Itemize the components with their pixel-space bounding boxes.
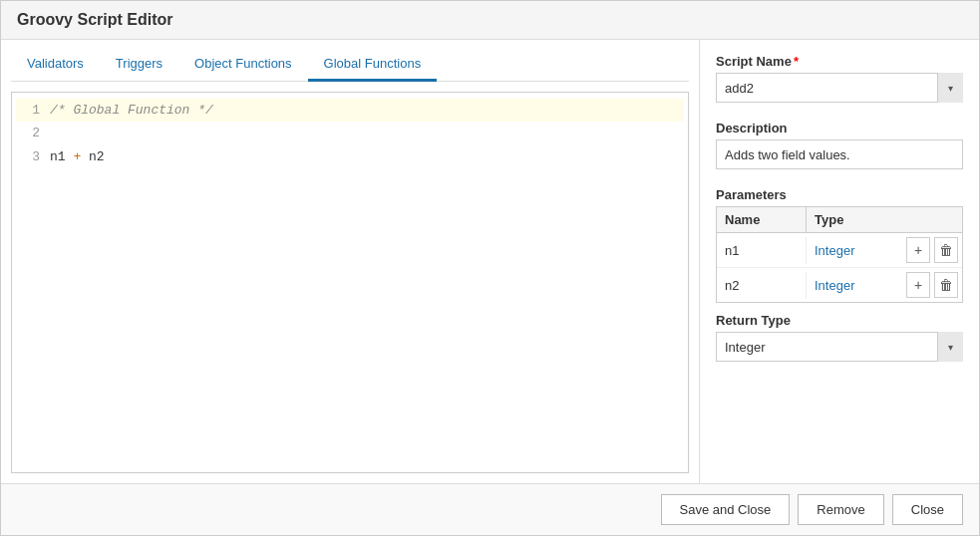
right-panel: Script Name* add2 ▾ Description Paramete…	[700, 40, 979, 483]
parameters-table-header: Name Type	[717, 207, 962, 233]
tab-global-functions[interactable]: Global Functions	[308, 48, 438, 82]
param-n1-type: Integer	[807, 237, 902, 264]
parameters-section: Parameters Name Type n1 Integer + 🗑	[716, 187, 963, 303]
code-text-3: n1 + n2	[50, 145, 105, 168]
col-header-name: Name	[717, 207, 807, 232]
script-name-select[interactable]: add2	[716, 73, 963, 103]
script-name-group: Script Name* add2 ▾	[716, 54, 963, 103]
param-n1-name: n1	[717, 237, 807, 264]
return-type-wrapper: Integer ▾	[716, 332, 963, 362]
code-editor[interactable]: 1 /* Global Function */ 2 3 n1 + n2	[11, 92, 689, 473]
code-line-3: 3 n1 + n2	[16, 145, 684, 168]
description-label: Description	[716, 121, 963, 135]
description-input[interactable]	[716, 139, 963, 169]
script-name-label: Script Name*	[716, 54, 963, 69]
code-line-2: 2	[16, 122, 684, 144]
required-indicator: *	[794, 54, 799, 69]
line-number-1: 1	[20, 99, 40, 122]
tab-object-functions[interactable]: Object Functions	[178, 48, 308, 82]
save-and-close-button[interactable]: Save and Close	[661, 494, 791, 525]
param-n1-actions: + 🗑	[902, 233, 962, 267]
footer: Save and Close Remove Close	[1, 483, 979, 535]
col-header-type: Type	[807, 207, 902, 232]
script-name-wrapper: add2 ▾	[716, 73, 963, 103]
groovy-script-editor-window: Groovy Script Editor Validators Triggers…	[0, 0, 980, 536]
return-type-select[interactable]: Integer	[716, 332, 963, 362]
description-group: Description	[716, 121, 963, 169]
tab-triggers[interactable]: Triggers	[100, 48, 178, 82]
param-n1-delete-button[interactable]: 🗑	[934, 237, 958, 263]
remove-button[interactable]: Remove	[798, 494, 883, 525]
param-n2-add-button[interactable]: +	[906, 272, 930, 298]
main-content: Validators Triggers Object Functions Glo…	[1, 40, 979, 483]
return-type-label: Return Type	[716, 313, 963, 328]
parameters-label: Parameters	[716, 187, 963, 202]
param-n1-add-button[interactable]: +	[906, 237, 930, 263]
line-number-3: 3	[20, 145, 40, 168]
tab-validators[interactable]: Validators	[11, 48, 100, 82]
param-n2-type: Integer	[807, 272, 902, 299]
left-panel: Validators Triggers Object Functions Glo…	[1, 40, 700, 483]
return-type-group: Return Type Integer ▾	[716, 313, 963, 362]
parameters-table: Name Type n1 Integer + 🗑 n2	[716, 206, 963, 303]
line-number-2: 2	[20, 122, 40, 144]
param-row-n2: n2 Integer + 🗑	[717, 268, 962, 302]
param-n2-delete-button[interactable]: 🗑	[934, 272, 958, 298]
col-header-actions	[902, 207, 962, 232]
param-n2-name: n2	[717, 272, 807, 299]
close-button[interactable]: Close	[892, 494, 963, 525]
code-line-1: 1 /* Global Function */	[16, 99, 684, 122]
param-n2-actions: + 🗑	[902, 268, 962, 302]
window-title: Groovy Script Editor	[1, 1, 979, 40]
code-text-1: /* Global Function */	[50, 99, 213, 122]
param-row-n1: n1 Integer + 🗑	[717, 233, 962, 268]
tab-bar: Validators Triggers Object Functions Glo…	[11, 40, 689, 82]
